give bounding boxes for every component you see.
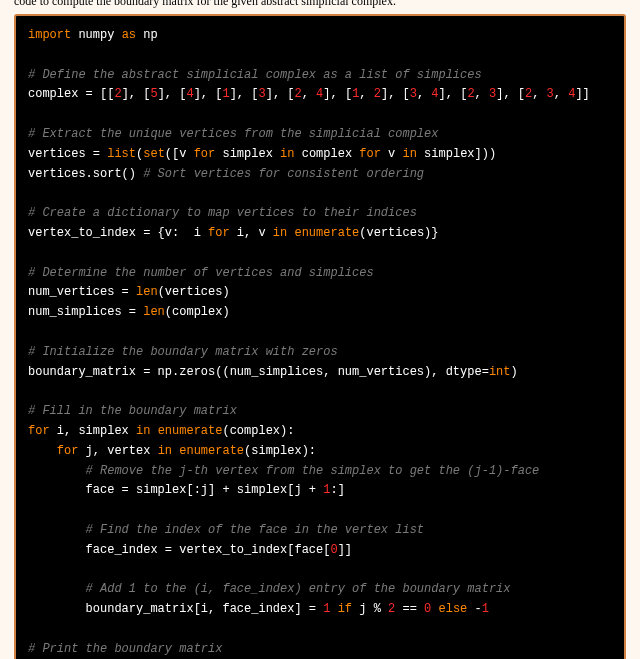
code-text [150, 424, 157, 438]
code-comment: # Sort vertices for consistent ordering [143, 167, 424, 181]
code-text: ], [ [158, 87, 187, 101]
code-comment: # Find the index of the face in the vert… [86, 523, 424, 537]
code-text: ], [ [381, 87, 410, 101]
code-text: ], [ [194, 87, 223, 101]
code-text: complex [294, 147, 359, 161]
code-number: 0 [330, 543, 337, 557]
code-text: == [395, 602, 424, 616]
code-text: (complex): [222, 424, 294, 438]
code-comment: # Print the boundary matrix [28, 642, 222, 656]
keyword-if: if [338, 602, 352, 616]
code-text: (complex) [165, 305, 230, 319]
code-text: ], [ [496, 87, 525, 101]
code-text: , [417, 87, 431, 101]
code-text: (simplex): [244, 444, 316, 458]
code-comment: # Extract the unique vertices from the s… [28, 127, 438, 141]
builtin-enumerate: enumerate [158, 424, 223, 438]
code-text: ) [510, 365, 517, 379]
code-text: boundary_matrix = np.zeros((num_simplice… [28, 365, 489, 379]
code-text [431, 602, 438, 616]
keyword-for: for [208, 226, 230, 240]
code-number: 3 [258, 87, 265, 101]
code-text: ], [ [230, 87, 259, 101]
code-text: , [532, 87, 546, 101]
builtin-set: set [143, 147, 165, 161]
code-text: ], [ [122, 87, 151, 101]
code-number: 2 [374, 87, 381, 101]
code-text: numpy [71, 28, 121, 42]
builtin-list: list [107, 147, 136, 161]
code-text: boundary_matrix[i, face_index] = [28, 602, 323, 616]
code-text: np [136, 28, 158, 42]
builtin-enumerate: enumerate [294, 226, 359, 240]
keyword-in: in [158, 444, 172, 458]
keyword-for: for [194, 147, 216, 161]
code-text: complex = [[ [28, 87, 114, 101]
code-text: - [467, 602, 481, 616]
code-text: , [475, 87, 489, 101]
code-comment: # Determine the number of vertices and s… [28, 266, 374, 280]
page: code to compute the boundary matrix for … [0, 0, 640, 659]
code-comment: # Remove the j-th vertex from the simple… [86, 464, 540, 478]
code-number: 1 [482, 602, 489, 616]
code-text: vertex_to_index = {v: i [28, 226, 208, 240]
code-number: 3 [547, 87, 554, 101]
code-number: 2 [114, 87, 121, 101]
keyword-for: for [28, 424, 50, 438]
builtin-len: len [143, 305, 165, 319]
keyword-in: in [280, 147, 294, 161]
code-text: , [359, 87, 373, 101]
code-text: ]] [575, 87, 589, 101]
code-number: 4 [431, 87, 438, 101]
code-comment: # Define the abstract simplicial complex… [28, 68, 482, 82]
code-number: 4 [186, 87, 193, 101]
code-text: face = simplex[:j] + simplex[j + [28, 483, 323, 497]
code-text: :] [330, 483, 344, 497]
code-text: ]] [338, 543, 352, 557]
code-comment: # Fill in the boundary matrix [28, 404, 237, 418]
code-text: j % [352, 602, 388, 616]
keyword-for: for [359, 147, 381, 161]
code-comment: # Create a dictionary to map vertices to… [28, 206, 417, 220]
code-text: simplex])) [417, 147, 496, 161]
keyword-as: as [122, 28, 136, 42]
code-text [28, 444, 57, 458]
code-text: (vertices)} [359, 226, 438, 240]
code-text: vertices.sort() [28, 167, 143, 181]
keyword-else: else [439, 602, 468, 616]
code-text: j, vertex [78, 444, 157, 458]
code-text: ], [ [266, 87, 295, 101]
keyword-in: in [136, 424, 150, 438]
code-number: 3 [410, 87, 417, 101]
code-text: vertices = [28, 147, 107, 161]
code-block: import numpy as np # Define the abstract… [14, 14, 626, 659]
code-text: num_simplices = [28, 305, 143, 319]
code-text: (vertices) [158, 285, 230, 299]
code-text: i, v [230, 226, 273, 240]
code-text: ([v [165, 147, 194, 161]
code-text [330, 602, 337, 616]
code-text: , [554, 87, 568, 101]
code-text [28, 464, 86, 478]
keyword-for: for [57, 444, 79, 458]
code-number: 2 [467, 87, 474, 101]
code-text: simplex [215, 147, 280, 161]
code-text: ], [ [439, 87, 468, 101]
code-text: v [381, 147, 403, 161]
code-number: 5 [150, 87, 157, 101]
code-text: ], [ [323, 87, 352, 101]
keyword-import: import [28, 28, 71, 42]
code-comment: # Add 1 to the (i, face_index) entry of … [86, 582, 511, 596]
prose-above-code: code to compute the boundary matrix for … [14, 0, 626, 8]
code-number: 1 [222, 87, 229, 101]
builtin-enumerate: enumerate [179, 444, 244, 458]
code-text: , [302, 87, 316, 101]
code-comment: # Initialize the boundary matrix with ze… [28, 345, 338, 359]
code-text: i, simplex [50, 424, 136, 438]
keyword-in: in [273, 226, 287, 240]
code-text: face_index = vertex_to_index[face[ [28, 543, 330, 557]
builtin-int: int [489, 365, 511, 379]
builtin-len: len [136, 285, 158, 299]
code-text [28, 523, 86, 537]
keyword-in: in [403, 147, 417, 161]
